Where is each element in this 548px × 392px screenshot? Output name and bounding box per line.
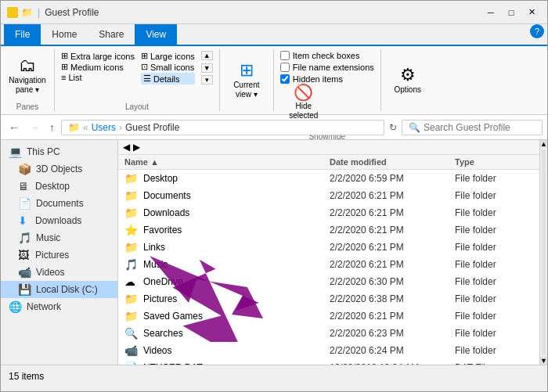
medium-icons-row[interactable]: ⊞ Medium icons [61,62,135,72]
sidebar-item-documents[interactable]: 📄 Documents [1,195,117,212]
item-checkboxes-option[interactable]: Item check boxes [280,51,374,60]
details-row[interactable]: ☰ Details [141,73,195,85]
file-icon-1: 📁 [124,189,139,202]
current-view-label: Currentview ▾ [233,81,259,99]
file-name-extensions-checkbox[interactable] [280,63,290,72]
extra-large-icons-row[interactable]: ⊞ Extra large icons [61,51,135,61]
sidebar-item-network[interactable]: 🌐 Network [1,298,117,315]
list-row[interactable]: ≡ List [61,73,135,82]
sidebar-item-desktop[interactable]: 🖥 Desktop [1,178,117,195]
layout-scroll-up[interactable]: ▲ [201,51,213,60]
small-icons-row[interactable]: ⊡ Small icons [141,62,195,72]
scroll-left-button[interactable]: ◀ [121,140,132,154]
file-header: Name ▲ Date modified Type [118,155,539,170]
table-row[interactable]: 📁 Pictures 2/2/2020 6:38 PM File folder [118,290,539,307]
ribbon-group-panes: 🗂 Navigationpane ▾ Panes [7,49,55,111]
file-date-5: 2/2/2020 6:21 PM [330,259,455,270]
navigation-pane-button[interactable]: 🗂 Navigationpane ▾ [7,52,48,98]
sidebar-item-this-pc[interactable]: 💻 This PC [1,143,117,160]
ribbon-panes-buttons: 🗂 Navigationpane ▾ [7,51,48,99]
title-text: Guest Profile [45,7,99,18]
layout-expand[interactable]: ▾ [201,75,213,85]
tab-home[interactable]: Home [41,24,88,45]
scroll-up-btn[interactable]: ▲ [540,140,547,148]
back-button[interactable]: ← [5,120,23,135]
table-row[interactable]: 📁 Downloads 2/2/2020 6:21 PM File folder [118,204,539,221]
table-row[interactable]: 🔍 Searches 2/2/2020 6:23 PM File folder [118,325,539,342]
sidebar-item-music[interactable]: 🎵 Music [1,229,117,246]
file-date-7: 2/2/2020 6:38 PM [330,293,455,304]
current-view-button[interactable]: ⊞ Currentview ▾ [226,57,267,102]
path-guest-profile[interactable]: Guest Profile [125,122,179,133]
local-disk-label: Local Disk (C:) [36,284,98,295]
scroll-down-btn[interactable]: ▼ [540,357,547,365]
layout-scroll-down[interactable]: ▼ [201,63,213,73]
network-icon: 🌐 [9,300,22,313]
sidebar-item-videos[interactable]: 📹 Videos [1,264,117,281]
table-row[interactable]: ⭐ Favorites 2/2/2020 6:21 PM File folder [118,221,539,239]
table-row[interactable]: 📁 Saved Games 2/2/2020 6:21 PM File fold… [118,307,539,325]
close-button[interactable]: ✕ [522,5,541,20]
item-checkboxes-checkbox[interactable] [280,51,290,60]
panes-label: Panes [7,99,48,111]
file-icon-5: 🎵 [124,258,139,271]
col-header-name[interactable]: Name ▲ [124,157,330,167]
file-name-extensions-label: File name extensions [293,63,374,72]
scroll-right-button[interactable]: ▶ [132,140,142,154]
sidebar-item-pictures[interactable]: 🖼 Pictures [1,246,117,264]
path-users[interactable]: Users [92,122,116,133]
file-type-4: File folder [455,242,533,253]
help-button[interactable]: ? [530,24,544,38]
file-name-extensions-option[interactable]: File name extensions [280,63,374,72]
documents-icon: 📄 [18,197,31,210]
hidden-items-checkbox[interactable] [280,74,290,84]
minimize-button[interactable]: ─ [481,5,500,20]
vertical-scrollbar[interactable]: ▲ ▼ [539,140,547,365]
list-label: List [68,73,81,82]
music-label: Music [36,232,60,243]
local-disk-icon: 💾 [18,283,31,296]
file-icon-6: ☁ [124,275,139,288]
desktop-label: Desktop [35,181,70,192]
table-row[interactable]: 📁 Links 2/2/2020 6:21 PM File folder [118,239,539,256]
small-label: Small icons [150,63,194,72]
tab-file[interactable]: File [4,24,41,45]
search-input[interactable] [424,122,535,133]
documents-label: Documents [36,198,84,209]
table-row[interactable]: 📁 Desktop 2/2/2020 6:59 PM File folder [118,170,539,187]
desktop-icon: 🖥 [18,180,31,192]
tab-view[interactable]: View [135,24,177,45]
col-header-date[interactable]: Date modified [330,157,455,167]
forward-button[interactable]: → [26,120,43,135]
current-view-icon: ⊞ [240,60,254,81]
table-row[interactable]: ☁ OneDrive 2/2/2020 6:30 PM File folder [118,273,539,290]
table-row[interactable]: 📁 Documents 2/2/2020 6:21 PM File folder [118,187,539,204]
table-row[interactable]: 🎵 Music 2/2/2020 6:21 PM File folder [118,256,539,273]
file-type-9: File folder [455,328,533,339]
folder-icon [7,7,18,18]
file-area: ◀ ▶ Name ▲ Date modified Type 📁 Desktop … [118,140,539,365]
col-header-type[interactable]: Type [455,157,533,167]
large-icons-row[interactable]: ⊞ Large icons [141,51,195,61]
tab-share[interactable]: Share [88,24,135,45]
file-type-7: File folder [455,293,533,304]
large-label: Large icons [150,52,195,61]
sidebar-item-3d-objects[interactable]: 📦 3D Objects [1,160,117,178]
up-button[interactable]: ↑ [46,120,58,135]
options-button[interactable]: ⚙ Options [388,57,428,102]
file-icon-3: ⭐ [124,224,139,236]
title-bar-left: 📁 | Guest Profile [7,7,99,18]
file-name-3: Favorites [143,225,330,236]
maximize-button[interactable]: □ [502,5,521,20]
table-row[interactable]: 📄 NTUSER.DAT 12/30/2019 10:34 AM DAT Fil… [118,359,539,365]
sidebar-item-local-disk[interactable]: 💾 Local Disk (C:) [1,281,117,298]
sidebar-item-downloads[interactable]: ⬇ Downloads [1,212,117,229]
address-path[interactable]: 📁 « Users › Guest Profile [61,120,384,135]
file-icon-0: 📁 [124,172,139,185]
extra-large-label: Extra large icons [70,52,135,61]
address-bar: ← → ↑ 📁 « Users › Guest Profile ↻ 🔍 [1,115,547,140]
file-type-3: File folder [455,225,533,236]
refresh-button[interactable]: ↻ [388,120,398,135]
layout-icon-4: ⊞ [141,51,148,61]
table-row[interactable]: 📹 Videos 2/2/2020 6:24 PM File folder [118,342,539,359]
